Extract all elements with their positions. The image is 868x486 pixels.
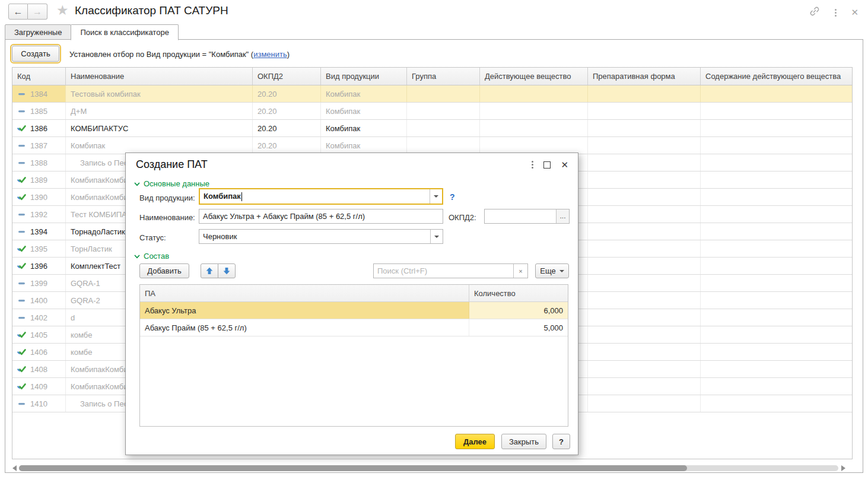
more-button[interactable]: Еще [535, 263, 569, 278]
table-cell [701, 309, 853, 326]
status-dash-icon [17, 211, 26, 218]
dialog-maximize-icon[interactable] [543, 161, 551, 169]
status-check-icon [17, 383, 26, 390]
favorite-star-icon[interactable]: ★ [56, 2, 69, 18]
dialog-close-icon[interactable]: ✕ [561, 160, 568, 169]
column-header[interactable]: Код [12, 68, 66, 85]
table-cell: 1385 [12, 103, 66, 119]
table-cell [701, 223, 853, 240]
table-cell [701, 240, 853, 257]
arrow-left-icon: ← [14, 7, 23, 17]
okpd2-input[interactable]: ... [484, 209, 570, 224]
column-header[interactable]: Действующее вещество [480, 68, 588, 85]
table-cell: 1395 [12, 240, 66, 257]
column-header[interactable]: Группа [407, 68, 480, 85]
filter-status-text: Установлен отбор по Вид продукции = "Ком… [69, 50, 290, 59]
window-menu-icon[interactable] [835, 9, 837, 17]
composition-row[interactable]: Абакус Ультра6,000 [140, 302, 568, 319]
table-cell: Комбипак [321, 85, 407, 102]
section-composition-label: Состав [144, 252, 169, 261]
create-button[interactable]: Создать [12, 46, 59, 62]
table-row[interactable]: 1384Тестовый комбипак20.20Комбипак [12, 85, 852, 103]
table-cell [588, 292, 701, 309]
table-cell [588, 378, 701, 395]
okpd2-label: ОКПД2: [449, 213, 476, 222]
status-dash-icon [17, 142, 26, 149]
table-cell [588, 137, 701, 154]
table-cell: 1405 [12, 326, 66, 343]
search-input[interactable] [374, 264, 513, 278]
kind-label: Вид продукции: [139, 193, 195, 202]
column-header[interactable]: Препаративная форма [588, 68, 701, 85]
column-header[interactable]: Содержание действующего вещества [701, 68, 853, 85]
status-check-icon [17, 332, 26, 338]
okpd2-picker-button[interactable]: ... [556, 209, 569, 223]
table-cell [588, 206, 701, 223]
move-down-button[interactable] [218, 263, 236, 278]
filter-text-before: Установлен отбор по Вид продукции = "Ком… [69, 50, 253, 59]
status-dash-icon [17, 401, 26, 407]
section-main-label: Основные данные [144, 179, 209, 188]
table-cell [588, 395, 701, 412]
search-clear-button[interactable]: × [513, 264, 527, 278]
kind-dropdown-button[interactable] [430, 189, 442, 204]
table-row[interactable]: 1386КОМБИПАКТУС20.20Комбипак [12, 120, 852, 137]
table-cell [701, 103, 853, 119]
hscroll-thumb[interactable] [19, 465, 687, 471]
column-header[interactable]: ОКПД2 [253, 68, 321, 85]
close-button[interactable]: Закрыть [501, 434, 546, 449]
hscroll-track[interactable] [19, 465, 838, 471]
status-input[interactable]: Черновик [199, 229, 443, 244]
table-row[interactable]: 1385Д+М20.20Комбипак [12, 103, 852, 120]
section-main-data[interactable]: Основные данные [134, 179, 209, 188]
column-header-pa[interactable]: ПА [140, 285, 469, 301]
column-header[interactable]: Наименование [66, 68, 253, 85]
kind-value: Комбипак [204, 192, 241, 201]
hscroll-right-arrow[interactable] [841, 465, 845, 471]
status-check-icon [17, 366, 26, 373]
column-header-qty[interactable]: Количество [469, 285, 568, 301]
get-link-icon[interactable] [809, 5, 821, 20]
composition-row[interactable]: Абакус Прайм (85 + 62,5 г/л)5,000 [140, 319, 568, 336]
table-cell [701, 344, 853, 360]
name-input[interactable]: Абакус Ультра + Абакус Прайм (85 + 62,5 … [199, 209, 443, 224]
table-cell [407, 103, 480, 119]
chevron-down-icon [559, 270, 564, 275]
table-cell: 1409 [12, 378, 66, 395]
next-button[interactable]: Далее [455, 434, 495, 449]
hscroll-left-arrow[interactable] [12, 465, 17, 471]
back-button[interactable]: ← [8, 4, 28, 20]
tab-loaded[interactable]: Загруженные [5, 24, 71, 40]
status-check-icon [17, 246, 26, 252]
classifier-table-header: КодНаименованиеОКПД2Вид продукцииГруппаД… [12, 68, 852, 85]
table-cell [588, 326, 701, 343]
kind-input[interactable]: Комбипак [199, 188, 443, 205]
filter-change-link[interactable]: изменить [253, 50, 287, 59]
status-dash-icon [17, 280, 26, 287]
column-header[interactable]: Вид продукции [321, 68, 407, 85]
dialog-menu-icon[interactable] [532, 161, 533, 169]
table-row[interactable]: 1387Комбипак20.20Комбипак [12, 137, 852, 154]
help-button[interactable]: ? [552, 434, 570, 449]
kind-help-link[interactable]: ? [450, 192, 455, 202]
move-up-button[interactable] [201, 263, 218, 278]
status-value: Черновик [199, 232, 430, 241]
table-cell: 1388 [12, 154, 66, 171]
table-cell: 20.20 [253, 137, 321, 154]
tab-classifier-search[interactable]: Поиск в классификаторе [71, 24, 178, 40]
table-cell: 1410 [12, 395, 66, 412]
forward-button[interactable]: → [28, 4, 47, 20]
section-composition[interactable]: Состав [134, 252, 169, 261]
window-close-icon[interactable]: ✕ [851, 7, 859, 18]
arrow-up-icon [206, 267, 213, 275]
table-cell [701, 395, 853, 412]
status-dropdown-button[interactable] [430, 230, 443, 243]
add-button[interactable]: Добавить [139, 263, 189, 278]
filter-text-after: ) [287, 50, 290, 59]
table-cell [588, 189, 701, 205]
table-cell: 20.20 [253, 120, 321, 136]
status-dash-icon [17, 228, 26, 235]
table-cell: КОМБИПАКТУС [66, 120, 253, 136]
table-cell: 1392 [12, 206, 66, 223]
table-cell [701, 361, 853, 377]
